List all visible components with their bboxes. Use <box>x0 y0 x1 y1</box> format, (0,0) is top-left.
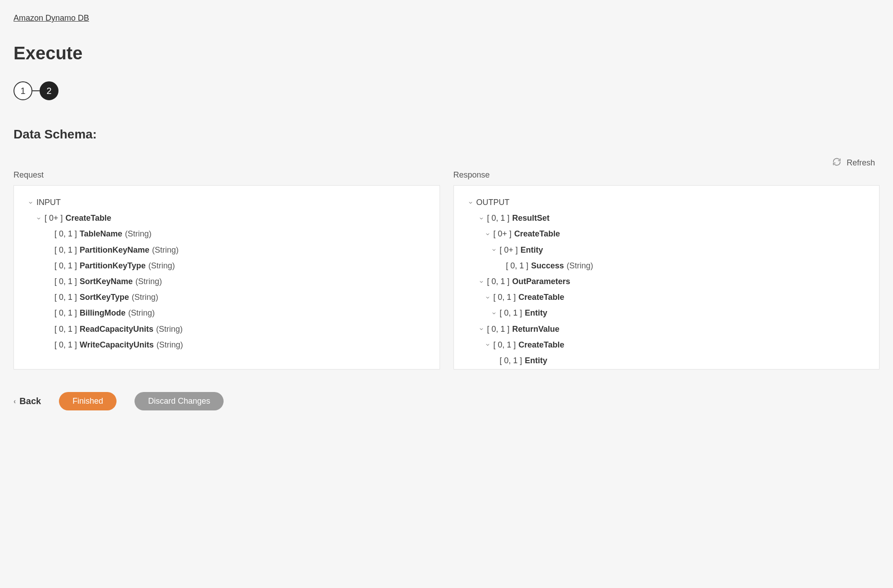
refresh-label: Refresh <box>847 158 875 168</box>
tree-node[interactable]: [ 0, 1 ] Success (String) <box>497 258 866 274</box>
chevron-down-icon[interactable] <box>485 231 491 237</box>
chevron-down-icon[interactable] <box>478 326 485 332</box>
tree-node[interactable]: [ 0, 1 ] SortKeyType (String) <box>45 290 426 305</box>
breadcrumb[interactable]: Amazon Dynamo DB <box>13 13 89 22</box>
page-title: Execute <box>13 43 880 63</box>
step-2[interactable]: 2 <box>40 81 58 100</box>
step-1[interactable]: 1 <box>13 81 32 100</box>
tree-node[interactable]: [ 0, 1 ] SortKeyName (String) <box>45 274 426 290</box>
section-title: Data Schema: <box>13 127 880 142</box>
tree-node[interactable]: [ 0, 1 ] ReturnValue <box>478 321 866 337</box>
tree-node[interactable]: [ 0+ ] Entity <box>491 242 866 258</box>
chevron-down-icon[interactable] <box>485 294 491 301</box>
chevron-left-icon: ‹ <box>13 397 16 405</box>
chevron-down-icon[interactable] <box>467 200 474 206</box>
tree-node-output[interactable]: OUTPUT <box>467 195 866 210</box>
discard-changes-button[interactable]: Discard Changes <box>135 392 224 410</box>
chevron-down-icon[interactable] <box>491 310 497 316</box>
stepper: 1 2 <box>13 81 880 100</box>
chevron-down-icon[interactable] <box>478 215 485 222</box>
tree-node[interactable]: [ 0, 1 ] Entity <box>491 305 866 321</box>
tree-node[interactable]: [ 0, 1 ] OutParameters <box>478 274 866 290</box>
tree-node-createtable[interactable]: [ 0+ ] CreateTable <box>36 210 426 226</box>
refresh-button[interactable]: Refresh <box>832 157 875 169</box>
tree-node-input[interactable]: INPUT <box>27 195 426 210</box>
tree-node[interactable]: [ 0, 1 ] Entity <box>491 353 866 369</box>
step-connector <box>32 90 40 91</box>
response-label: Response <box>453 170 880 180</box>
request-panel: INPUT[ 0+ ] CreateTable[ 0, 1 ] TableNam… <box>13 185 440 370</box>
tree-node[interactable]: [ 0, 1 ] ResultSet <box>478 210 866 226</box>
tree-node[interactable]: [ 0+ ] CreateTable <box>485 226 866 242</box>
finished-button[interactable]: Finished <box>59 392 117 410</box>
footer: ‹ Back Finished Discard Changes <box>13 392 880 410</box>
request-column: Request INPUT[ 0+ ] CreateTable[ 0, 1 ] … <box>13 170 440 370</box>
chevron-down-icon[interactable] <box>485 342 491 348</box>
tree-node[interactable]: [ 0, 1 ] TableName (String) <box>45 226 426 242</box>
tree-node[interactable]: [ 0, 1 ] WriteCapacityUnits (String) <box>45 337 426 353</box>
response-column: Response OUTPUT[ 0, 1 ] ResultSet[ 0+ ] … <box>453 170 880 370</box>
tree-node[interactable]: [ 0, 1 ] CreateTable <box>485 337 866 353</box>
back-label: Back <box>19 396 41 406</box>
tree-node[interactable]: [ 0, 1 ] PartitionKeyName (String) <box>45 242 426 258</box>
chevron-down-icon[interactable] <box>36 215 42 222</box>
chevron-down-icon[interactable] <box>491 247 497 253</box>
back-button[interactable]: ‹ Back <box>13 396 41 406</box>
chevron-down-icon[interactable] <box>478 279 485 285</box>
request-label: Request <box>13 170 440 180</box>
response-panel: OUTPUT[ 0, 1 ] ResultSet[ 0+ ] CreateTab… <box>453 185 880 370</box>
tree-node[interactable]: [ 0, 1 ] ReadCapacityUnits (String) <box>45 321 426 337</box>
tree-node[interactable]: [ 0, 1 ] CreateTable <box>485 290 866 305</box>
refresh-icon <box>832 157 841 169</box>
chevron-down-icon[interactable] <box>27 200 34 206</box>
tree-node[interactable]: [ 0, 1 ] BillingMode (String) <box>45 305 426 321</box>
tree-node[interactable]: [ 0, 1 ] PartitionKeyType (String) <box>45 258 426 274</box>
